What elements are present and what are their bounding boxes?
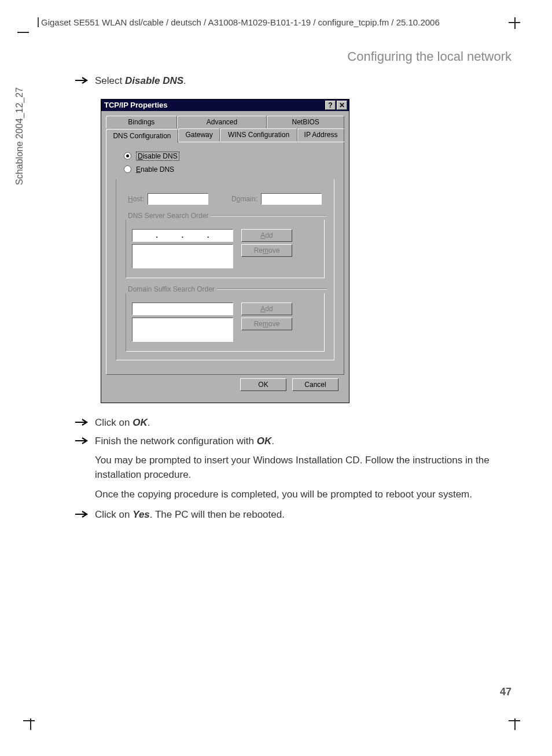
ok-button[interactable]: OK	[240, 378, 286, 391]
step-select-disable-dns: Select Disable DNS.	[75, 74, 515, 88]
remove-button[interactable]: Remove	[241, 244, 292, 257]
arrow-icon	[75, 418, 90, 426]
tab-ip-address[interactable]: IP Address	[297, 128, 344, 141]
radio-icon	[124, 152, 131, 160]
domain-input[interactable]	[261, 193, 322, 205]
crop-mark	[30, 718, 31, 730]
host-input[interactable]	[148, 193, 208, 205]
tab-wins-configuration[interactable]: WINS Configuration	[220, 128, 297, 141]
domain-label: Domain:	[231, 195, 257, 203]
dns-configuration-panel: Disable DNS Enable DNS Host:	[106, 142, 344, 375]
dialog-title: TCP/IP Properties	[103, 101, 324, 109]
dns-list[interactable]	[132, 244, 233, 268]
help-icon[interactable]: ?	[325, 101, 336, 110]
tab-gateway[interactable]: Gateway	[178, 128, 220, 141]
cancel-button[interactable]: Cancel	[292, 378, 338, 391]
step-click-yes: Click on Yes. The PC will then be reboot…	[75, 508, 515, 522]
tab-netbios[interactable]: NetBIOS	[267, 116, 344, 128]
radio-enable-dns[interactable]: Enable DNS	[124, 165, 337, 174]
add-button[interactable]: Add	[241, 229, 292, 242]
arrow-icon	[75, 510, 90, 518]
tab-dns-configuration[interactable]: DNS Configuration	[106, 129, 178, 143]
add-button[interactable]: Add	[241, 303, 292, 315]
suffix-list[interactable]	[132, 318, 233, 342]
page-content: Select Disable DNS. TCP/IP Properties ? …	[75, 71, 515, 526]
crop-mark	[514, 718, 516, 730]
dns-server-search-order-label: DNS Server Search Order	[128, 212, 327, 220]
arrow-icon	[75, 76, 90, 84]
remove-button[interactable]: Remove	[241, 318, 292, 330]
tab-advanced[interactable]: Advanced	[177, 116, 267, 128]
step-finish-ok: Finish the network configuration with OK…	[75, 434, 515, 449]
host-label: Host:	[128, 195, 144, 203]
tcpip-properties-dialog: TCP/IP Properties ? ✕ Bindings Advanced …	[101, 99, 349, 403]
radio-icon	[124, 165, 131, 173]
dns-ip-input[interactable]: ...	[132, 229, 233, 242]
crop-mark	[23, 720, 35, 721]
page-number: 47	[500, 686, 511, 698]
arrow-icon	[75, 437, 90, 445]
sidebar-template-label: Schablone 2004_12_27	[14, 87, 25, 185]
suffix-input[interactable]	[132, 303, 233, 315]
paragraph-cd-prompt: You may be prompted to insert your Windo…	[95, 453, 515, 482]
radio-disable-dns[interactable]: Disable DNS	[124, 152, 337, 161]
screenshot-tcpip-dialog: TCP/IP Properties ? ✕ Bindings Advanced …	[101, 99, 515, 403]
crop-mark	[514, 17, 516, 29]
dialog-titlebar: TCP/IP Properties ? ✕	[101, 99, 349, 111]
tab-bindings[interactable]: Bindings	[106, 116, 177, 128]
paragraph-reboot-prompt: Once the copying procedure is completed,…	[95, 488, 515, 502]
step-click-ok: Click on OK.	[75, 416, 515, 430]
domain-suffix-search-order-label: Domain Suffix Search Order	[128, 285, 327, 293]
close-icon[interactable]: ✕	[337, 101, 347, 110]
section-title: Configuring the local network	[347, 49, 511, 64]
crop-mark	[17, 32, 29, 33]
header-path: Gigaset SE551 WLAN dsl/cable / deutsch /…	[38, 17, 440, 27]
